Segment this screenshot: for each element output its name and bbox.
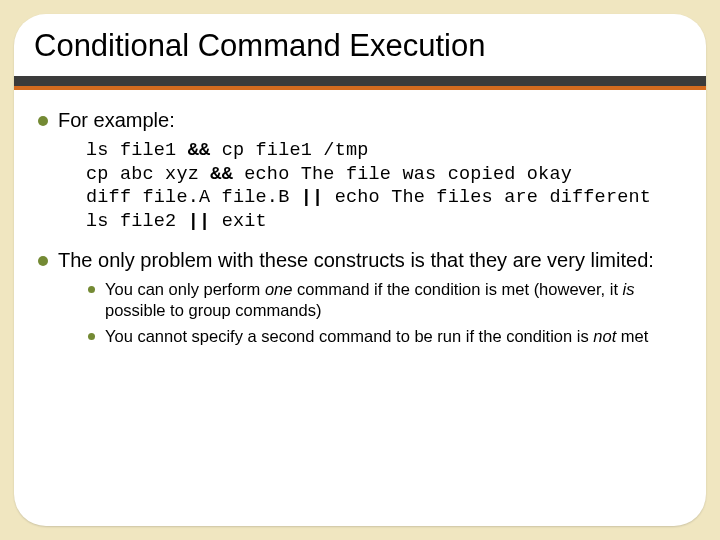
text-run: possible to group commands) [105,301,321,319]
sub-bullets: You can only perform one command if the … [86,279,686,347]
bullet-level2: You can only perform one command if the … [86,279,686,322]
bullet-text: You can only perform one command if the … [105,279,686,322]
code-text: diff file.A file.B [86,187,301,208]
code-text: ls file2 [86,211,188,232]
bullet-dot-icon [88,333,95,340]
code-text: exit [210,211,267,232]
italic-text: one [265,280,293,298]
code-text: echo The files are different [323,187,651,208]
slide-title: Conditional Command Execution [34,28,686,64]
italic-text: is [623,280,635,298]
code-block: ls file1 && cp file1 /tmp cp abc xyz && … [86,139,686,234]
bullet-text: The only problem with these constructs i… [58,248,654,273]
italic-text: not [593,327,616,345]
title-rule [14,76,706,90]
bullet-level2: You cannot specify a second command to b… [86,326,686,347]
slide-card: Conditional Command Execution For exampl… [14,14,706,526]
text-run: You cannot specify a second command to b… [105,327,593,345]
bullet-dot-icon [88,286,95,293]
bullet-dot-icon [38,256,48,266]
code-operator: || [301,187,324,208]
text-run: You can only perform [105,280,265,298]
code-text: cp abc xyz [86,164,210,185]
code-text: echo The file was copied okay [233,164,572,185]
code-operator: && [188,140,211,161]
code-text: cp file1 /tmp [210,140,368,161]
bullet-dot-icon [38,116,48,126]
text-run: met [616,327,648,345]
code-operator: && [210,164,233,185]
rule-orange [14,86,706,90]
bullet-text: You cannot specify a second command to b… [105,326,648,347]
text-run: command if the condition is met (however… [292,280,622,298]
bullet-level1: For example: [38,108,686,133]
bullet-text: For example: [58,108,175,133]
title-wrap: Conditional Command Execution [14,28,706,70]
code-text: ls file1 [86,140,188,161]
bullet-level1: The only problem with these constructs i… [38,248,686,273]
slide-content: For example: ls file1 && cp file1 /tmp c… [38,108,686,351]
rule-dark [14,76,706,86]
code-operator: || [188,211,211,232]
